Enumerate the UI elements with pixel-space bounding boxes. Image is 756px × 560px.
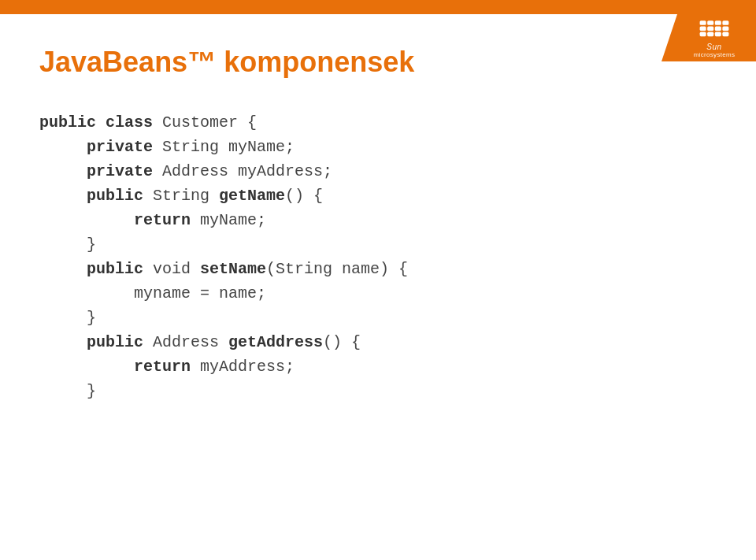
code-text: } <box>87 382 96 400</box>
keyword: public class <box>39 113 153 132</box>
keyword: private <box>87 162 153 180</box>
code-text: } <box>87 309 96 327</box>
code-text: myAddress; <box>191 358 295 376</box>
code-text: () { <box>323 333 361 351</box>
code-text: Address myAddress; <box>153 162 332 180</box>
code-line-12: } <box>87 379 717 403</box>
keyword: public <box>87 260 143 278</box>
method-name: getAddress <box>228 333 323 351</box>
code-line-9: } <box>87 306 717 330</box>
code-line-6: } <box>87 232 717 257</box>
code-line-11: return myAddress; <box>134 354 717 379</box>
code-line-7: public void setName(String name) { <box>87 257 717 281</box>
code-line-3: private Address myAddress; <box>87 159 717 184</box>
keyword: private <box>87 138 153 156</box>
code-line-1: public class Customer { <box>39 110 717 135</box>
code-text: } <box>87 235 96 254</box>
code-line-10: public Address getAddress() { <box>87 330 717 354</box>
top-bar <box>0 0 756 14</box>
method-name: setName <box>200 260 266 278</box>
keyword: return <box>134 211 191 229</box>
keyword: return <box>134 358 191 376</box>
code-text: String <box>143 187 219 205</box>
code-text: Customer { <box>153 113 257 132</box>
code-text: myName; <box>191 211 266 229</box>
keyword: public <box>87 333 143 351</box>
slide-title: JavaBeans™ komponensek <box>39 46 717 79</box>
code-text: String myName; <box>153 138 295 156</box>
keyword: public <box>87 187 143 205</box>
code-text: Address <box>143 333 228 351</box>
code-line-4: public String getName() { <box>87 184 717 208</box>
code-text: (String name) { <box>266 260 408 278</box>
method-name: getName <box>219 187 285 205</box>
code-line-5: return myName; <box>134 208 717 232</box>
main-content: JavaBeans™ komponensek public class Cust… <box>0 14 756 560</box>
code-line-8: myname = name; <box>134 281 717 306</box>
code-block: public class Customer { private String m… <box>39 110 717 403</box>
code-text: myname = name; <box>134 284 266 302</box>
code-line-2: private String myName; <box>87 135 717 159</box>
code-text: () { <box>285 187 323 205</box>
code-text: void <box>143 260 200 278</box>
